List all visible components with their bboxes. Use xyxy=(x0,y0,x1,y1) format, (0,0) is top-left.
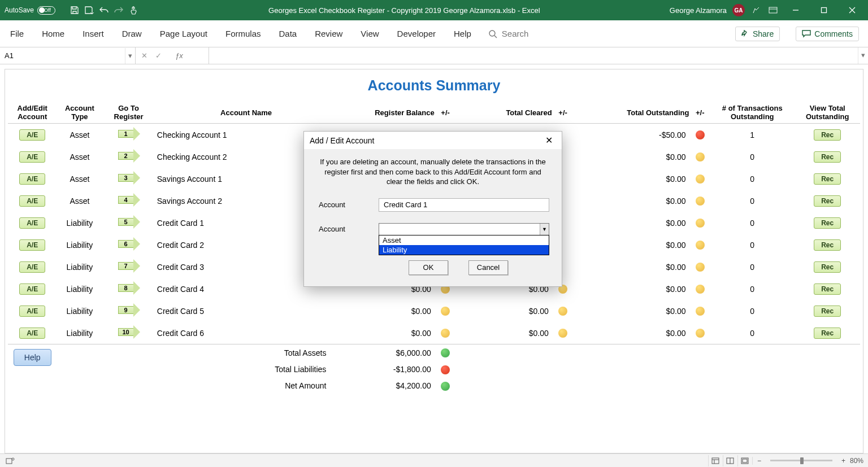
account-type-dropdown: Asset Liability xyxy=(379,235,549,255)
ntrans-cell: 0 xyxy=(710,234,795,256)
total-outstanding-cell: $0.00 xyxy=(572,256,690,278)
goto-register-button[interactable]: 6 xyxy=(118,237,140,251)
titlebar: AutoSave Off Georges Excel Checkbook Reg… xyxy=(0,0,868,20)
status-dot xyxy=(696,174,705,184)
tab-formulas[interactable]: Formulas xyxy=(224,27,262,41)
coming-soon-icon[interactable] xyxy=(750,5,762,16)
tab-file[interactable]: File xyxy=(9,27,25,41)
tab-data[interactable]: Data xyxy=(277,27,298,41)
goto-register-button[interactable]: 8 xyxy=(118,281,140,295)
dropdown-icon[interactable]: ▼ xyxy=(540,224,549,235)
add-edit-button[interactable]: A/E xyxy=(19,283,45,295)
goto-register-button[interactable]: 5 xyxy=(118,215,140,229)
redo-icon[interactable] xyxy=(113,5,124,16)
total-outstanding-cell: $0.00 xyxy=(572,146,690,168)
account-name-label: Account xyxy=(316,200,379,209)
ribbon-search[interactable]: Search xyxy=(488,29,529,38)
formula-expand[interactable]: ▾ xyxy=(858,47,868,64)
col-add-edit: Add/Edit Account xyxy=(8,102,57,124)
rec-button[interactable]: Rec xyxy=(814,328,841,339)
cancel-formula-icon[interactable]: ✕ xyxy=(141,51,147,60)
accept-formula-icon[interactable]: ✓ xyxy=(155,51,162,60)
dialog-title: Add / Edit Account xyxy=(310,136,374,145)
cancel-button[interactable]: Cancel xyxy=(468,260,508,275)
total-row: HelpTotal Assets$6,000.00 xyxy=(8,344,860,361)
goto-register-button[interactable]: 3 xyxy=(118,171,140,185)
status-dot xyxy=(441,348,450,357)
account-type-cell: Liability xyxy=(57,234,102,256)
option-liability[interactable]: Liability xyxy=(379,245,549,255)
search-label: Search xyxy=(502,29,529,38)
rec-button[interactable]: Rec xyxy=(814,261,841,273)
minimize-button[interactable] xyxy=(784,2,807,18)
add-edit-button[interactable]: A/E xyxy=(19,151,45,163)
tab-review[interactable]: Review xyxy=(314,27,344,41)
fx-icon[interactable]: ƒx xyxy=(170,51,189,60)
tab-draw[interactable]: Draw xyxy=(121,27,143,41)
account-type-select[interactable] xyxy=(379,223,549,235)
add-edit-button[interactable]: A/E xyxy=(19,195,45,207)
total-outstanding-cell: $0.00 xyxy=(572,322,690,344)
tab-developer[interactable]: Developer xyxy=(396,27,437,41)
rec-button[interactable]: Rec xyxy=(814,283,841,295)
tab-home[interactable]: Home xyxy=(41,27,66,41)
maximize-button[interactable] xyxy=(813,2,835,18)
goto-register-button[interactable]: 1 xyxy=(118,127,140,141)
add-edit-button[interactable]: A/E xyxy=(19,239,45,251)
col-goto: Go To Register xyxy=(102,102,154,124)
worksheet[interactable]: Accounts Summary Add/Edit Account Accoun… xyxy=(5,69,863,453)
col-name: Account Name xyxy=(155,102,338,124)
rec-button[interactable]: Rec xyxy=(814,151,841,163)
add-edit-button[interactable]: A/E xyxy=(19,217,45,229)
total-value: $4,200.00 xyxy=(337,378,435,394)
save-to-cloud-icon[interactable] xyxy=(84,5,95,16)
comments-button[interactable]: Comments xyxy=(796,27,859,41)
rec-button[interactable]: Rec xyxy=(814,195,841,207)
dialog-close-button[interactable]: ✕ xyxy=(542,135,556,146)
total-outstanding-cell: $0.00 xyxy=(572,234,690,256)
total-outstanding-cell: $0.00 xyxy=(572,300,690,322)
goto-register-button[interactable]: 7 xyxy=(118,259,140,273)
add-edit-button[interactable]: A/E xyxy=(19,129,45,141)
rec-button[interactable]: Rec xyxy=(814,305,841,317)
col-pm2: +/- xyxy=(553,102,573,124)
name-box[interactable]: ▾ xyxy=(0,47,136,64)
formula-bar: ▾ ✕ ✓ ƒx ▾ xyxy=(0,47,868,64)
ntrans-cell: 0 xyxy=(710,146,795,168)
account-name-input[interactable] xyxy=(379,198,549,212)
tab-view[interactable]: View xyxy=(359,27,380,41)
add-edit-button[interactable]: A/E xyxy=(19,328,45,339)
tab-insert[interactable]: Insert xyxy=(81,27,105,41)
share-button[interactable]: Share xyxy=(735,27,780,41)
help-button[interactable]: Help xyxy=(14,349,51,366)
option-asset[interactable]: Asset xyxy=(379,235,549,245)
svg-line-5 xyxy=(494,36,497,38)
ribbon-display-icon[interactable] xyxy=(767,5,779,16)
goto-register-button[interactable]: 2 xyxy=(118,149,140,163)
add-edit-button[interactable]: A/E xyxy=(19,261,45,273)
name-box-input[interactable] xyxy=(0,51,125,60)
close-button[interactable] xyxy=(841,2,863,18)
rec-button[interactable]: Rec xyxy=(814,239,841,251)
ok-button[interactable]: OK xyxy=(409,260,448,275)
tab-page-layout[interactable]: Page Layout xyxy=(159,27,209,41)
touch-mode-icon[interactable] xyxy=(128,5,139,16)
rec-button[interactable]: Rec xyxy=(814,217,841,229)
ntrans-cell: 0 xyxy=(710,300,795,322)
rec-button[interactable]: Rec xyxy=(814,129,841,141)
name-box-dropdown[interactable]: ▾ xyxy=(125,48,135,64)
autosave-toggle[interactable]: AutoSave Off xyxy=(5,6,66,15)
avatar[interactable]: GA xyxy=(732,4,745,16)
tab-help[interactable]: Help xyxy=(453,27,472,41)
add-edit-button[interactable]: A/E xyxy=(19,305,45,317)
comments-icon xyxy=(802,30,811,38)
goto-register-button[interactable]: 10 xyxy=(118,325,140,339)
add-edit-button[interactable]: A/E xyxy=(19,173,45,185)
formula-input[interactable] xyxy=(209,47,858,64)
rec-button[interactable]: Rec xyxy=(814,173,841,185)
save-icon[interactable] xyxy=(69,5,80,16)
undo-icon[interactable] xyxy=(98,5,110,16)
total-label: Total Assets xyxy=(155,344,338,361)
goto-register-button[interactable]: 4 xyxy=(118,193,140,207)
goto-register-button[interactable]: 9 xyxy=(118,303,140,317)
